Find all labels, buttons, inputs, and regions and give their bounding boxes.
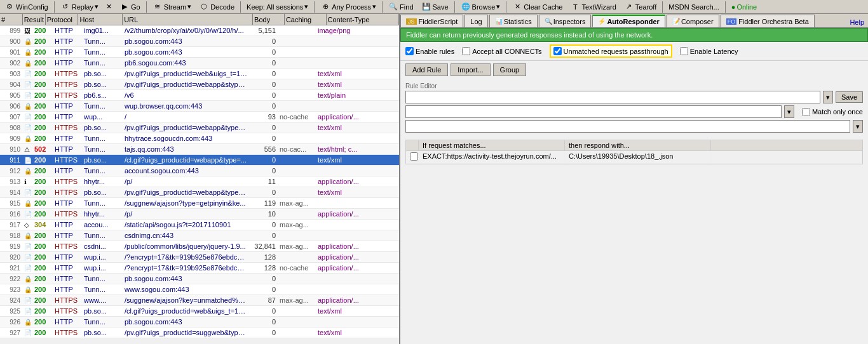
session-row[interactable]: 900 🔒 200 HTTP Tunn... pb.sogou.com:443 … (0, 36, 399, 47)
cell-url: pb6.sogou.com:443 (123, 59, 249, 67)
unmatched-passthrough-input[interactable] (553, 47, 562, 55)
session-row[interactable]: 921 📄 200 HTTP wup.i... /?encrypt=17&tk=… (0, 263, 399, 274)
cell-protocol: HTTPS (53, 242, 83, 250)
rule-dropdown-3[interactable]: ▾ (853, 120, 863, 133)
match-only-checkbox[interactable] (802, 108, 810, 116)
session-row[interactable]: 925 📄 200 HTTPS pb.so... /cl.gif?uigs_pr… (0, 306, 399, 317)
session-row[interactable]: 908 📄 200 HTTPS pb.so... /pv.gif?uigs_pr… (0, 122, 399, 133)
session-row[interactable]: 917 ◇ 304 HTTP accou... /static/api/sogo… (0, 220, 399, 230)
session-row[interactable]: 916 📄 200 HTTPS hhytr... /p/ 10 applicat… (0, 209, 399, 220)
session-row[interactable]: 903 📄 200 HTTPS pb.so... /pv.gif?uigs_pr… (0, 69, 399, 79)
rule-row-cb[interactable] (406, 151, 419, 163)
import-button[interactable]: Import... (451, 63, 490, 76)
rule-input-2[interactable] (405, 105, 782, 118)
tab-log[interactable]: Log (465, 15, 487, 27)
session-row[interactable]: 927 📄 200 HTTPS pb.so... /pv.gif?uigs_pr… (0, 327, 399, 338)
col-content-type[interactable]: Content-Type (327, 14, 399, 25)
save-button[interactable]: 💾 Save (418, 1, 452, 13)
unmatched-passthrough-label: Unmatched requests passthrough (564, 48, 668, 55)
rule-save-button[interactable]: Save (836, 91, 863, 103)
keep-sessions-button[interactable]: Keep: All sessions ▾ (243, 1, 311, 13)
row-icon: 🔒 (23, 275, 33, 282)
cell-protocol: HTTPS (53, 81, 83, 88)
session-row[interactable]: 918 🔒 200 HTTP Tunn... csdnimg.cn:443 0 (0, 230, 399, 241)
cell-host: pb6.s... (83, 91, 123, 99)
session-row[interactable]: 920 📄 200 HTTP wup.i... /?encrypt=17&tk=… (0, 252, 399, 263)
session-row[interactable]: 902 🔒 200 HTTP Tunn... pb6.sogou.com:443… (0, 58, 399, 69)
enable-rules-checkbox[interactable]: Enable rules (405, 47, 454, 55)
session-row[interactable]: 913 ℹ 200 HTTPS hhytr... /p/ 11 applicat… (0, 176, 399, 187)
col-num[interactable]: # (0, 14, 23, 25)
col-host[interactable]: Host (78, 14, 123, 25)
decode-button[interactable]: ⬡ Decode (196, 1, 238, 13)
remove-button[interactable]: ✕ (103, 1, 115, 13)
online-button[interactable]: ● Online (728, 1, 760, 13)
session-row[interactable]: 926 🔒 200 HTTP Tunn... pb.sogou.com:443 … (0, 317, 399, 327)
accept-connects-input[interactable] (462, 47, 470, 55)
tab-fiddlerscript[interactable]: JS FiddlerScript (400, 15, 463, 27)
session-row[interactable]: 909 🔒 200 HTTP Tunn... hhytrace.sogoucdn… (0, 133, 399, 144)
col-url[interactable]: URL (123, 14, 253, 25)
col-caching[interactable]: Caching (285, 14, 327, 25)
cell-row-num: 899 (0, 27, 23, 34)
cell-host: hhytr... (83, 178, 123, 185)
sep7 (506, 1, 506, 13)
unmatched-passthrough-checkbox[interactable]: Unmatched requests passthrough (550, 44, 672, 58)
go-button[interactable]: ▶ Go (116, 1, 144, 13)
rule-dropdown-1[interactable]: ▾ (823, 91, 833, 103)
tab-inspectors[interactable]: 🔍 Inspectors (539, 15, 592, 27)
replay-button[interactable]: ↺ Replay ▾ (57, 1, 102, 13)
tab-autoresponder[interactable]: ⚡ AutoResponder (592, 15, 665, 27)
textwizard-button[interactable]: T TextWizard (567, 1, 619, 13)
any-process-button[interactable]: ⊕ Any Process ▾ (317, 1, 379, 13)
cell-row-num: 924 (0, 297, 23, 304)
session-row[interactable]: 923 🔒 200 HTTP Tunn... www.sogou.com:443… (0, 284, 399, 295)
winconfig-label: WinConfig (16, 3, 48, 11)
rule-row[interactable]: EXACT:https://activity-test.thejoyrun.co… (406, 151, 862, 164)
session-row[interactable]: 899 🖼 200 HTTP img01... /v2/thumb/crop/x… (0, 25, 399, 36)
cell-protocol: HTTPS (53, 124, 83, 131)
session-row[interactable]: 904 📄 200 HTTPS pb.so... /pv.gif?uigs_pr… (0, 79, 399, 90)
msdn-search-button[interactable]: MSDN Search... (665, 1, 722, 13)
group-button[interactable]: Group (493, 63, 527, 76)
enable-latency-checkbox[interactable]: Enable Latency (680, 47, 738, 55)
tearoff-button[interactable]: ↗ Tearoff (621, 1, 660, 13)
stream-button[interactable]: ≋ Stream ▾ (149, 1, 194, 13)
session-row[interactable]: 910 ⚠ 502 HTTP Tunn... tajs.qq.com:443 5… (0, 144, 399, 155)
cell-row-num: 925 (0, 308, 23, 315)
accept-connects-checkbox[interactable]: Accept all CONNECTs (462, 47, 541, 55)
session-row[interactable]: 906 🔒 200 HTTP Tunn... wup.browser.qq.co… (0, 101, 399, 112)
session-row[interactable]: 905 📄 200 HTTPS pb6.s... /v6 0 text/plai… (0, 90, 399, 101)
session-row[interactable]: 922 🔒 200 HTTP Tunn... pb.sogou.com:443 … (0, 274, 399, 284)
session-row[interactable]: 911 📄 200 HTTPS pb.so... /cl.gif?uigs_pr… (0, 155, 399, 166)
session-row[interactable]: 912 🔒 200 HTTP Tunn... account.sogou.com… (0, 166, 399, 176)
cell-row-num: 904 (0, 81, 23, 88)
col-body[interactable]: Body (253, 14, 285, 25)
rule-input-1[interactable] (405, 91, 820, 103)
col-result[interactable]: Result (23, 14, 46, 25)
session-row[interactable]: 907 📄 200 HTTP wup... / 93 no-cache appl… (0, 112, 399, 122)
clear-cache-button[interactable]: ✕ Clear Cache (509, 1, 566, 13)
col-protocol[interactable]: Protocol (46, 14, 79, 25)
session-row[interactable]: 915 🔒 200 HTTP Tunn... /suggnew/ajajson?… (0, 198, 399, 209)
rule-enabled-checkbox[interactable] (410, 152, 418, 161)
enable-latency-input[interactable] (680, 47, 688, 55)
session-row[interactable]: 914 📄 200 HTTPS pb.so... /pv.gif?uigs_pr… (0, 187, 399, 198)
rule-dropdown-2[interactable]: ▾ (784, 105, 794, 118)
cell-result: 200 (33, 81, 53, 88)
session-row[interactable]: 919 📄 200 HTTPS csdni... /public/common/… (0, 241, 399, 252)
cell-body: 0 (249, 167, 278, 175)
session-row[interactable]: 901 🔒 200 HTTP Tunn... pb.sogou.com:443 … (0, 47, 399, 58)
help-link[interactable]: Help (846, 17, 868, 27)
rules-col-respond: then respond with... (565, 140, 711, 150)
find-button[interactable]: 🔍 Find (385, 1, 416, 13)
winconfig-button[interactable]: ⚙ WinConfig (1, 1, 51, 13)
add-rule-button[interactable]: Add Rule (405, 63, 448, 76)
tab-composer[interactable]: 📝 Composer (667, 15, 719, 27)
tab-statistics[interactable]: 📊 Statistics (489, 15, 538, 27)
enable-rules-input[interactable] (405, 47, 414, 55)
tab-orchestra[interactable]: FO Fiddler Orchestra Beta (721, 15, 815, 27)
browse-button[interactable]: 🌐 Browse ▾ (458, 1, 504, 13)
rule-input-3[interactable] (405, 120, 850, 133)
session-row[interactable]: 924 📄 200 HTTPS www.... /suggnew/ajajson… (0, 295, 399, 306)
